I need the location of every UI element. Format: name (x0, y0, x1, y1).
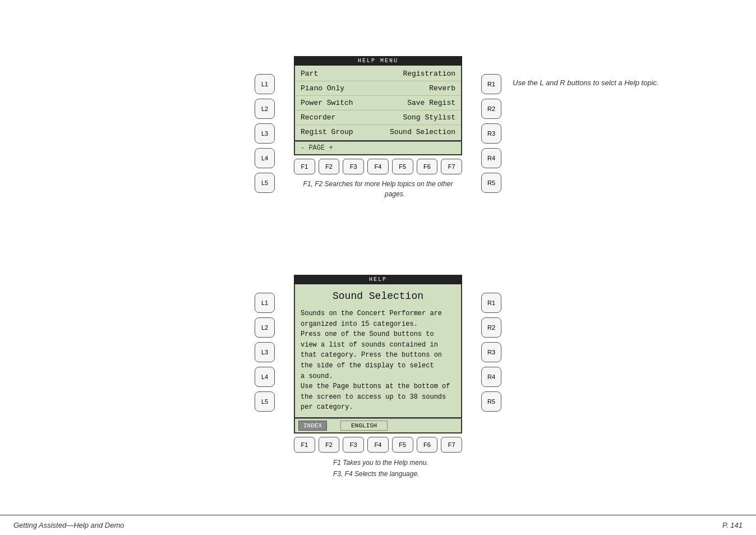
top-left-btn-l5[interactable]: L5 (255, 173, 275, 193)
footer-left-text: Getting Assisted—Help and Demo (13, 521, 125, 529)
bottom-annotation-line2: F3, F4 Selects the language. (333, 468, 462, 479)
menu-right-1: Registration (378, 70, 455, 78)
bottom-lcd-title: Sound Selection (301, 289, 455, 304)
bottom-display-wrap: L1 L2 L3 L4 L5 HELP Sound Selection Soun… (0, 275, 756, 480)
bottom-right-btn-r1[interactable]: R1 (481, 293, 501, 313)
bottom-f-buttons: F1 F2 F3 F4 F5 F6 F7 (294, 437, 462, 453)
top-annotation: Use the L and R buttons to selct a Help … (513, 79, 664, 87)
top-lcd-body: Part Registration Piano Only Reverb Powe… (294, 66, 462, 141)
top-lcd-header: HELP MENU (294, 56, 462, 66)
bottom-left-btn-l5[interactable]: L5 (255, 391, 275, 412)
top-f3-btn[interactable]: F3 (343, 159, 364, 174)
top-left-btn-l1[interactable]: L1 (255, 74, 275, 94)
footer-right-text: P. 141 (722, 521, 743, 529)
bottom-f3-btn[interactable]: F3 (343, 437, 364, 453)
bottom-f5-btn[interactable]: F5 (392, 437, 413, 453)
bottom-lcd-header: HELP (294, 275, 462, 284)
top-right-buttons: R1 R2 R3 R4 R5 (481, 72, 501, 195)
top-right-btn-r4[interactable]: R4 (481, 148, 501, 168)
menu-row-5: Regist Group Sound Selection (295, 125, 461, 139)
top-display-inner: Use the L and R buttons to selct a Help … (255, 56, 501, 199)
menu-right-2: Reverb (378, 84, 455, 93)
bottom-f6-btn[interactable]: F6 (417, 437, 438, 453)
menu-left-2: Piano Only (301, 84, 378, 93)
top-right-btn-r2[interactable]: R2 (481, 99, 501, 119)
bottom-left-btn-l2[interactable]: L2 (255, 317, 275, 338)
top-f-buttons: F1 F2 F3 F4 F5 F6 F7 (294, 159, 462, 174)
top-f5-btn[interactable]: F5 (392, 159, 413, 174)
menu-row-4: Recorder Song Stylist (295, 110, 461, 125)
bottom-left-btn-l1[interactable]: L1 (255, 293, 275, 313)
top-page-bar[interactable]: - PAGE + (294, 141, 462, 155)
top-f7-btn[interactable]: F7 (441, 159, 462, 174)
bottom-right-btn-r3[interactable]: R3 (481, 342, 501, 362)
bottom-annotation-line1: F1 Takes you to the Help menu. (333, 457, 462, 468)
menu-left-1: Part (301, 70, 378, 78)
bottom-english-btn[interactable]: ENGLISH (340, 421, 388, 431)
menu-row-1: Part Registration (295, 67, 461, 81)
bottom-right-buttons: R1 R2 R3 R4 R5 (481, 290, 501, 414)
top-display-wrap: Use the L and R buttons to selct a Help … (0, 56, 756, 199)
bottom-right-btn-r5[interactable]: R5 (481, 391, 501, 412)
bottom-lcd-footer: INDEX ENGLISH (294, 418, 462, 433)
menu-left-5: Regist Group (301, 128, 378, 136)
top-annotation-line1: F1, F2 Searches for more Help topics on … (294, 179, 462, 189)
bottom-display-inner: L1 L2 L3 L4 L5 HELP Sound Selection Soun… (255, 275, 501, 480)
top-annotation-below: F1, F2 Searches for more Help topics on … (294, 179, 462, 199)
bottom-f2-btn[interactable]: F2 (319, 437, 340, 453)
menu-left-3: Power Switch (301, 99, 378, 107)
top-left-btn-l3[interactable]: L3 (255, 123, 275, 144)
top-left-btn-l2[interactable]: L2 (255, 99, 275, 119)
top-left-btn-l4[interactable]: L4 (255, 148, 275, 168)
top-right-btn-r1[interactable]: R1 (481, 74, 501, 94)
bottom-lcd: HELP Sound Selection Sounds on the Conce… (294, 275, 462, 480)
page-footer: Getting Assisted—Help and Demo P. 141 (0, 515, 756, 535)
bottom-f4-btn[interactable]: F4 (367, 437, 389, 453)
top-left-buttons: L1 L2 L3 L4 L5 (255, 72, 275, 195)
page-container: Use the L and R buttons to selct a Help … (0, 0, 756, 535)
top-lcd: HELP MENU Part Registration Piano Only R… (294, 56, 462, 199)
top-right-btn-r5[interactable]: R5 (481, 173, 501, 193)
bottom-f7-btn[interactable]: F7 (441, 437, 462, 453)
bottom-left-btn-l3[interactable]: L3 (255, 342, 275, 362)
top-f1-btn[interactable]: F1 (294, 159, 315, 174)
bottom-left-btn-l4[interactable]: L4 (255, 367, 275, 387)
menu-left-4: Recorder (301, 113, 378, 122)
bottom-annotation-below: F1 Takes you to the Help menu. F3, F4 Se… (333, 457, 462, 480)
menu-right-4: Song Stylist (378, 113, 455, 122)
bottom-index-btn[interactable]: INDEX (298, 421, 327, 431)
top-f6-btn[interactable]: F6 (417, 159, 438, 174)
bottom-f1-btn[interactable]: F1 (294, 437, 315, 453)
menu-row-2: Piano Only Reverb (295, 81, 461, 96)
menu-right-5: Sound Selection (378, 128, 455, 136)
menu-row-3: Power Switch Save Regist (295, 96, 461, 110)
top-f4-btn[interactable]: F4 (367, 159, 389, 174)
bottom-left-buttons: L1 L2 L3 L4 L5 (255, 290, 275, 414)
menu-right-3: Save Regist (378, 99, 455, 107)
top-right-btn-r3[interactable]: R3 (481, 123, 501, 144)
top-f2-btn[interactable]: F2 (319, 159, 340, 174)
bottom-right-btn-r2[interactable]: R2 (481, 317, 501, 338)
bottom-lcd-body: Sound Selection Sounds on the Concert Pe… (294, 284, 462, 418)
bottom-right-btn-r4[interactable]: R4 (481, 367, 501, 387)
bottom-lcd-text: Sounds on the Concert Performer areorgan… (301, 308, 455, 413)
top-annotation-line2: pages. (294, 189, 462, 199)
